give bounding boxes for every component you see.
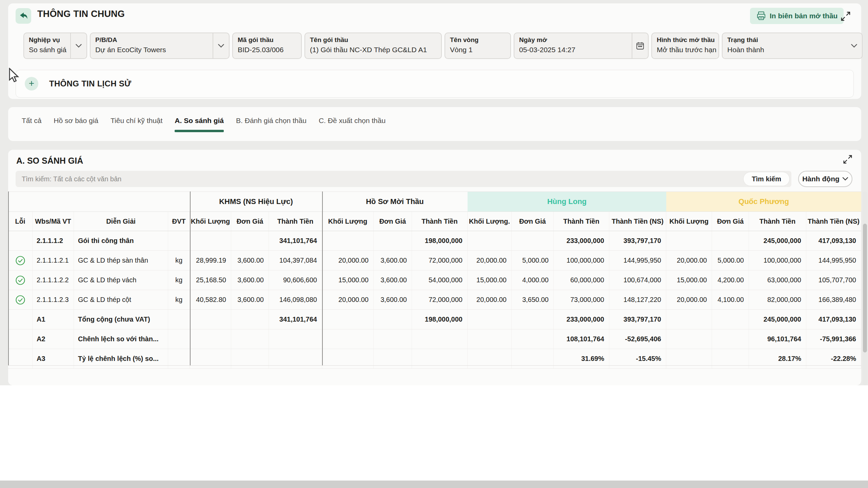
field-label: Tên vòng <box>450 36 506 44</box>
check-circle-icon <box>8 251 33 270</box>
column-header[interactable]: Diễn Giải <box>74 212 168 231</box>
tab-bar: Tất cảHồ sơ báo giáTiêu chí kỹ thuậtA. S… <box>22 117 386 132</box>
table-cell: 3,650.00 <box>512 290 554 309</box>
table-cell <box>231 310 269 329</box>
tab-2[interactable]: Hồ sơ báo giá <box>54 117 98 132</box>
table-cell: 3,600.00 <box>374 251 412 270</box>
column-header[interactable]: Thành Tiền (NS) <box>806 212 861 231</box>
table-cell <box>168 329 190 349</box>
table-row[interactable]: A1Tổng cộng (chưa VAT)341,101,764198,000… <box>8 310 861 329</box>
table-cell: 2.1.1.1.2.3 <box>33 290 74 309</box>
tab-6[interactable]: C. Đề xuất chọn thầu <box>319 117 386 132</box>
table-row[interactable]: A2Chênh lệch so với thàn...108,101,764-5… <box>8 329 861 349</box>
table-cell: kg <box>168 270 190 290</box>
table-cell <box>168 231 190 250</box>
section-expand-icon[interactable] <box>842 153 854 165</box>
table-cell: 108,101,764 <box>554 329 609 349</box>
table-cell <box>468 329 512 349</box>
calendar-icon[interactable] <box>632 33 648 58</box>
column-header[interactable]: Thành Tiền <box>412 212 468 231</box>
table-cell: 40,582.80 <box>190 290 231 309</box>
actions-button-label: Hành động <box>802 175 840 183</box>
tab-1[interactable]: Tất cả <box>22 117 41 132</box>
history-section-title: THÔNG TIN LỊCH SỬ <box>49 79 131 88</box>
column-header[interactable]: Thành Tiền <box>269 212 322 231</box>
table-cell: 15,000.00 <box>468 270 512 290</box>
table-row[interactable]: 2.1.1.1.2.1GC & LD thép sàn thânkg28,999… <box>8 251 861 270</box>
table-cell: 393,797,170 <box>609 310 666 329</box>
search-bar[interactable]: Tìm kiếm: Tất cả các cột văn bản Tìm kiế… <box>16 171 791 187</box>
check-circle-icon <box>8 270 33 290</box>
search-input[interactable]: Tìm kiếm: Tất cả các cột văn bản <box>22 175 744 183</box>
field-8[interactable]: Trạng tháiHoàn thành <box>722 33 863 59</box>
table-cell: 104,397,084 <box>269 251 322 270</box>
table-cell: 63,000,000 <box>749 270 806 290</box>
table-cell: 5,000.00 <box>512 251 554 270</box>
table-cell: 166,389,480 <box>806 290 861 309</box>
column-header[interactable]: Wbs/Mã VT <box>33 212 74 231</box>
field-7[interactable]: Hình thức mở thầuMở thầu trước hạn <box>651 33 719 59</box>
table-row[interactable]: 2.1.1.1.2.2GC & LD thép váchkg25,168.503… <box>8 270 861 290</box>
table-cell: 60,000,000 <box>554 270 609 290</box>
field-3[interactable]: Mã gói thầuBID-25.03/006 <box>232 33 302 59</box>
column-header[interactable]: Thành Tiền <box>554 212 609 231</box>
field-value: 05-03-2025 14:27 <box>519 46 627 54</box>
scrollbar-thumb[interactable] <box>863 224 867 352</box>
table-cell: 82,000,000 <box>749 290 806 309</box>
table-cell <box>190 329 231 349</box>
expand-icon[interactable] <box>840 10 852 22</box>
field-2[interactable]: P/B/DADự án EcoCity Towers <box>90 33 230 59</box>
general-info-card: THÔNG TIN CHUNG In biên bản mở thầu Nghi… <box>8 3 861 99</box>
table-cell <box>712 231 749 250</box>
table-cell: 233,000,000 <box>554 310 609 329</box>
column-header[interactable]: Khối Lượng. <box>468 212 512 231</box>
search-button[interactable]: Tìm kiếm <box>744 172 789 186</box>
tab-4[interactable]: A. So sánh giá <box>175 117 224 132</box>
chevron-down-icon[interactable] <box>213 33 229 58</box>
field-6[interactable]: Ngày mở05-03-2025 14:27 <box>514 33 649 59</box>
table-cell: 198,000,000 <box>412 310 468 329</box>
tab-5[interactable]: B. Đánh giá chọn thầu <box>236 117 307 132</box>
column-header[interactable]: Đơn Giá <box>231 212 269 231</box>
field-4[interactable]: Tên gói thầu(1) Gói thầu NC-XD Thép GC&L… <box>304 33 442 59</box>
column-header[interactable]: Khối Lượng <box>322 212 374 231</box>
table-cell: A2 <box>33 329 74 349</box>
actions-button[interactable]: Hành động <box>798 171 852 187</box>
column-header[interactable]: Thành Tiền (NS) <box>609 212 666 231</box>
field-label: Mã gói thầu <box>238 36 296 44</box>
back-button[interactable] <box>16 8 31 24</box>
print-bid-record-button[interactable]: In biên bản mở thầu <box>750 8 844 24</box>
table-row[interactable]: 2.1.1.1.2Gói thi công thân341,101,764198… <box>8 231 861 251</box>
column-header[interactable]: Đơn Giá <box>374 212 412 231</box>
chevron-down-icon[interactable] <box>70 33 86 58</box>
column-header[interactable]: ĐVT <box>168 212 190 231</box>
bottom-bar <box>0 481 868 488</box>
column-header[interactable]: Lỗi <box>8 212 33 231</box>
table-cell <box>8 310 33 329</box>
tab-3[interactable]: Tiêu chí kỹ thuật <box>111 117 162 132</box>
table-cell: 72,000,000 <box>412 251 468 270</box>
history-section-toggle[interactable]: + THÔNG TIN LỊCH SỬ <box>16 70 854 98</box>
table-cell: 72,000,000 <box>412 290 468 309</box>
column-header[interactable]: Khối Lượng <box>190 212 231 231</box>
column-group-4: Hùng Long <box>468 192 666 211</box>
field-1[interactable]: Nghiệp vụSo sánh giá <box>23 33 87 59</box>
column-header[interactable]: Đơn Giá <box>512 212 554 231</box>
table-cell: A1 <box>33 310 74 329</box>
table-cell: 144,995,950 <box>806 251 861 270</box>
table-row[interactable]: A3Tỷ lệ chênh lệch (%) so...31.69%-15.45… <box>8 349 861 369</box>
comparison-table: KHMS (NS Hiệu Lực)Hồ Sơ Mời ThầuHùng Lon… <box>8 191 861 369</box>
column-group-spacer <box>8 192 190 211</box>
table-cell: 4,100.00 <box>712 290 749 309</box>
column-header[interactable]: Khối Lượng <box>666 212 712 231</box>
column-header[interactable]: Đơn Giá <box>712 212 749 231</box>
table-separator-hsmt <box>322 191 323 365</box>
column-header[interactable]: Thành Tiền <box>749 212 806 231</box>
table-cell: 2.1.1.1.2.1 <box>33 251 74 270</box>
field-5[interactable]: Tên vòngVòng 1 <box>445 33 511 59</box>
table-cell <box>374 329 412 349</box>
table-row[interactable]: 2.1.1.1.2.3GC & LD thép cộtkg40,582.803,… <box>8 290 861 310</box>
chevron-down-icon[interactable] <box>846 33 862 58</box>
table-cell: 341,101,764 <box>269 310 322 329</box>
vertical-scrollbar[interactable] <box>863 191 867 385</box>
